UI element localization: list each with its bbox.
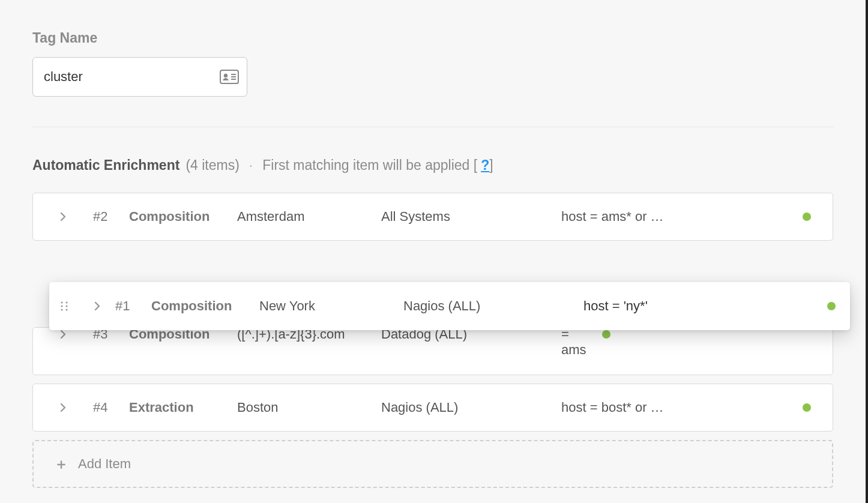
row-status <box>787 403 823 412</box>
section-divider <box>32 127 833 127</box>
row-status <box>814 302 850 310</box>
status-active-icon <box>803 212 811 221</box>
row-status <box>586 330 622 339</box>
section-separator: · <box>249 157 253 173</box>
row-rule: host = bost* or … <box>561 400 787 415</box>
row-number: #4 <box>93 400 129 415</box>
row-status <box>787 212 823 221</box>
section-count: (4 items) <box>185 157 239 173</box>
enrichment-row-dragging[interactable]: #1 Composition New York Nagios (ALL) hos… <box>49 282 850 330</box>
id-card-icon <box>220 70 239 84</box>
row-type: Extraction <box>129 400 237 415</box>
row-value: Boston <box>237 400 381 415</box>
tag-name-input-wrap <box>32 57 247 97</box>
chevron-right-icon[interactable] <box>79 301 115 311</box>
svg-point-10 <box>65 309 67 310</box>
section-hint: First matching item will be applied <box>262 157 469 173</box>
help-link[interactable]: ? <box>481 157 489 173</box>
svg-point-1 <box>224 74 228 77</box>
row-source: Nagios (ALL) <box>381 400 561 415</box>
svg-point-6 <box>65 301 67 303</box>
add-item-button[interactable]: ＋ Add Item <box>32 440 833 488</box>
chevron-right-icon[interactable] <box>33 330 93 339</box>
svg-point-5 <box>61 301 62 303</box>
row-rule: host = ams <box>561 327 586 358</box>
enrichment-list: #2 Composition Amsterdam All Systems hos… <box>32 193 833 488</box>
row-type: Composition <box>151 298 259 314</box>
row-source: All Systems <box>381 209 561 224</box>
row-source: Nagios (ALL) <box>403 298 583 314</box>
drag-handle-icon[interactable] <box>49 300 79 312</box>
page-container: Tag Name Automatic Enrichment (4 items) … <box>0 0 868 503</box>
section-title: Automatic Enrichment <box>32 157 179 173</box>
enrichment-row[interactable]: #4 Extraction Boston Nagios (ALL) host =… <box>32 384 833 432</box>
row-value: Amsterdam <box>237 209 381 224</box>
chevron-right-icon[interactable] <box>33 212 93 221</box>
status-active-icon <box>827 302 836 310</box>
section-header: Automatic Enrichment (4 items) · First m… <box>32 157 833 173</box>
row-number: #1 <box>115 298 151 314</box>
row-rule: host = 'ny*' <box>583 298 814 314</box>
row-number: #2 <box>93 209 129 224</box>
row-value: New York <box>259 298 403 314</box>
chevron-right-icon[interactable] <box>33 403 93 412</box>
help-link-wrap: [?] <box>469 157 493 173</box>
tag-name-input[interactable] <box>32 57 247 97</box>
svg-point-7 <box>61 305 62 307</box>
row-rule: host = ams* or … <box>561 209 787 224</box>
enrichment-row[interactable]: #2 Composition Amsterdam All Systems hos… <box>32 193 833 241</box>
enrichment-row-obscured[interactable]: #3 Composition ([^.]+).[a-z]{3}.com Data… <box>32 327 833 375</box>
status-active-icon <box>602 330 610 339</box>
add-item-label: Add Item <box>78 456 131 472</box>
row-type: Composition <box>129 209 237 224</box>
plus-icon: ＋ <box>54 454 68 474</box>
svg-point-8 <box>65 305 67 307</box>
tag-name-label: Tag Name <box>32 30 833 46</box>
svg-point-9 <box>61 309 62 310</box>
status-active-icon <box>803 403 811 412</box>
